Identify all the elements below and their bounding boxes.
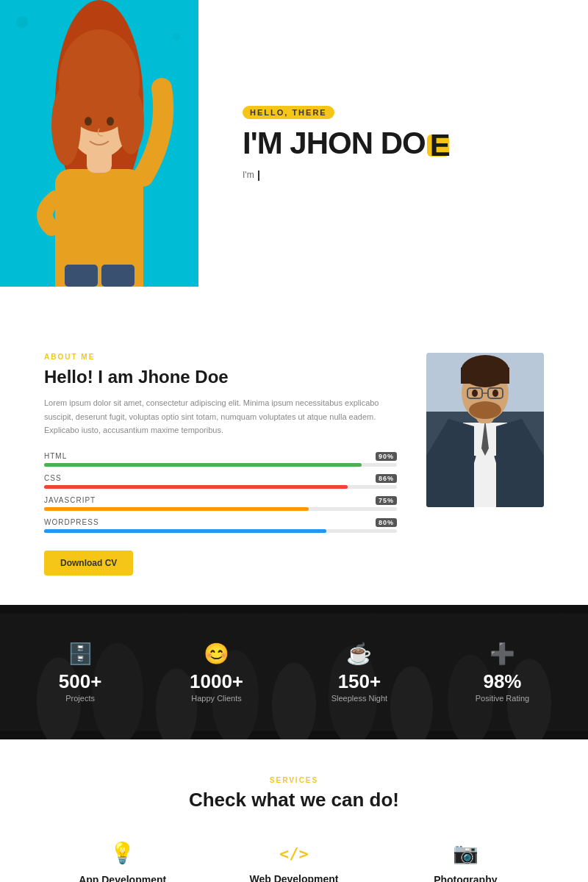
skill-bar-bg xyxy=(44,485,397,489)
hero-content: HELLO, THERE I'M JHON DOE I'm xyxy=(198,0,588,287)
hero-section: HELLO, THERE I'M JHON DOE I'm xyxy=(0,0,588,287)
svg-rect-13 xyxy=(101,265,135,287)
skills-list: HTML 90% CSS 86% JAVASCRIPT 75% WORDPRES… xyxy=(44,452,397,533)
service-name: Web Development xyxy=(215,873,372,882)
hero-photo xyxy=(0,0,198,287)
skill-bar-fill xyxy=(44,463,362,467)
service-name: Photography xyxy=(387,874,544,882)
svg-point-9 xyxy=(118,88,144,154)
stat-number: 1000+ xyxy=(190,672,243,691)
service-icon: 💡 xyxy=(44,841,201,865)
svg-point-27 xyxy=(492,390,498,397)
skill-bar-bg xyxy=(44,507,397,511)
svg-point-11 xyxy=(107,117,114,126)
skill-bar-fill xyxy=(44,507,309,511)
stat-item: 😊 1000+ Happy Clients xyxy=(190,642,243,703)
services-grid: 💡 App Development Lorem ipsum dolor sit … xyxy=(44,841,544,882)
service-icon: 📷 xyxy=(387,841,544,865)
about-section: ABOUT ME Hello! I am Jhone Doe Lorem ips… xyxy=(0,323,588,605)
skill-item: JAVASCRIPT 75% xyxy=(44,496,397,511)
stats-container: 🗄️ 500+ Projects 😊 1000+ Happy Clients ☕… xyxy=(15,642,573,703)
skill-bar-fill xyxy=(44,529,326,533)
about-text: Lorem ipsum dolor sit amet, consectetur … xyxy=(44,396,397,437)
stat-icon: ➕ xyxy=(476,642,529,666)
stat-number: 150+ xyxy=(331,672,387,691)
service-item: </> Web Development Lorem ipsum dolor si… xyxy=(215,841,372,882)
services-title: Check what we can do! xyxy=(44,789,544,811)
svg-point-8 xyxy=(51,85,81,165)
about-label: ABOUT ME xyxy=(44,353,397,361)
skill-item: WORDPRESS 80% xyxy=(44,518,397,533)
service-item: 📷 Photography Lorem ipsum dolor sit amet… xyxy=(387,841,544,882)
services-section: SERVICES Check what we can do! 💡 App Dev… xyxy=(0,739,588,882)
skill-name: HTML xyxy=(44,452,67,461)
svg-point-1 xyxy=(16,16,28,28)
svg-point-10 xyxy=(85,117,92,126)
about-right xyxy=(426,353,544,576)
hero-name: I'M JHON DOE xyxy=(243,126,544,160)
stat-item: 🗄️ 500+ Projects xyxy=(59,642,102,703)
stat-item: ➕ 98% Positive Rating xyxy=(476,642,529,703)
stat-number: 500+ xyxy=(59,672,102,691)
stat-number: 98% xyxy=(476,672,529,691)
stat-label: Sleepless Night xyxy=(331,694,387,703)
stat-icon: 🗄️ xyxy=(59,642,102,666)
svg-point-22 xyxy=(469,401,501,419)
stat-label: Projects xyxy=(59,694,102,703)
download-cv-button[interactable]: Download CV xyxy=(44,551,133,576)
skill-name: JAVASCRIPT xyxy=(44,496,96,505)
svg-point-2 xyxy=(173,33,180,40)
hero-image xyxy=(0,0,198,287)
hero-subtitle: I'm xyxy=(243,170,544,181)
svg-rect-12 xyxy=(65,265,98,287)
skill-pct: 86% xyxy=(376,474,397,483)
about-photo xyxy=(426,353,544,507)
skill-bar-bg xyxy=(44,463,397,467)
skill-bar-fill xyxy=(44,485,348,489)
stat-label: Positive Rating xyxy=(476,694,529,703)
service-item: 💡 App Development Lorem ipsum dolor sit … xyxy=(44,841,201,882)
about-left: ABOUT ME Hello! I am Jhone Doe Lorem ips… xyxy=(44,353,397,576)
service-icon: </> xyxy=(215,841,372,864)
stats-section: 🗄️ 500+ Projects 😊 1000+ Happy Clients ☕… xyxy=(0,605,588,739)
skill-name: WORDPRESS xyxy=(44,518,99,527)
stat-icon: ☕ xyxy=(331,642,387,666)
skill-pct: 90% xyxy=(376,452,397,461)
svg-rect-21 xyxy=(461,368,509,384)
hello-badge: HELLO, THERE xyxy=(243,106,334,119)
skill-item: HTML 90% xyxy=(44,452,397,467)
skill-pct: 80% xyxy=(376,518,397,527)
services-label: SERVICES xyxy=(44,776,544,784)
stat-icon: 😊 xyxy=(190,642,243,666)
stat-label: Happy Clients xyxy=(190,694,243,703)
service-name: App Development xyxy=(44,874,201,882)
stat-item: ☕ 150+ Sleepless Night xyxy=(331,642,387,703)
spacer-1 xyxy=(0,287,588,323)
svg-point-26 xyxy=(472,390,478,397)
skill-item: CSS 86% xyxy=(44,474,397,489)
skill-name: CSS xyxy=(44,474,62,483)
skill-pct: 75% xyxy=(376,496,397,505)
about-title: Hello! I am Jhone Doe xyxy=(44,367,397,387)
skill-bar-bg xyxy=(44,529,397,533)
